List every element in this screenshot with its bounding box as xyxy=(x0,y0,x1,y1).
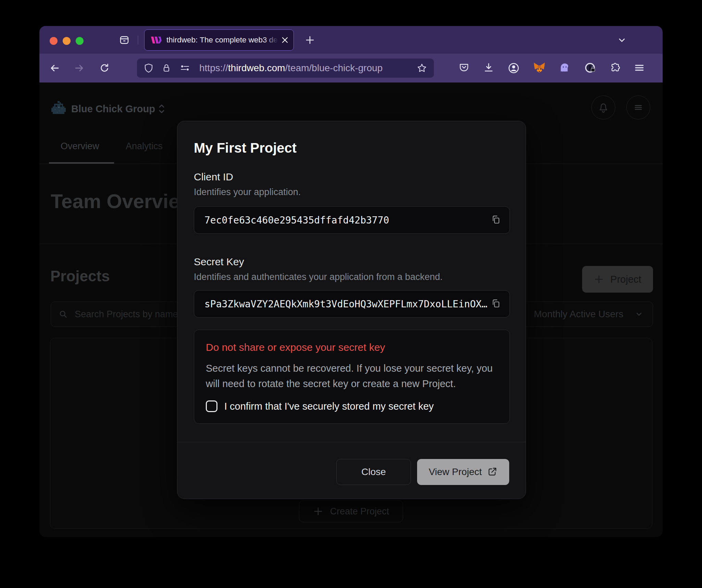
url-path: /team/blue-chick-group xyxy=(285,63,383,73)
chevron-down-icon xyxy=(634,309,644,319)
secret-key-label: Secret Key xyxy=(194,256,244,268)
page-title: Team Overview xyxy=(51,190,195,213)
modal-footer: Close View Project xyxy=(194,459,509,485)
new-project-button[interactable]: Project xyxy=(582,266,653,293)
copy-secret-key-button[interactable] xyxy=(490,298,501,310)
team-name: Blue Chick Group xyxy=(71,103,155,115)
sort-dropdown[interactable]: Monthly Active Users xyxy=(517,302,653,327)
external-link-icon xyxy=(487,467,498,477)
notifications-button[interactable] xyxy=(591,95,615,119)
secret-key-value[interactable]: sPa3ZkwaVZY2AEQkXmk9t3VdEoHQ3wXEPFLmx7Dx… xyxy=(204,298,490,310)
tab-close-icon[interactable] xyxy=(280,36,289,44)
pocket-icon[interactable] xyxy=(459,62,469,73)
bookmark-star-icon[interactable] xyxy=(417,63,427,73)
lock-icon[interactable] xyxy=(162,63,171,73)
confirm-checkbox[interactable] xyxy=(206,400,217,412)
permissions-icon[interactable] xyxy=(179,63,190,73)
window-close-light[interactable] xyxy=(50,37,58,45)
shield-icon[interactable] xyxy=(144,63,153,73)
download-icon[interactable] xyxy=(483,62,494,73)
hamburger-icon xyxy=(633,102,643,113)
new-project-label: Project xyxy=(610,274,641,285)
view-project-label: View Project xyxy=(429,466,482,477)
client-id-description: Identifies your application. xyxy=(194,187,301,197)
account-icon[interactable] xyxy=(508,62,519,74)
browser-window: thirdweb: The complete web3 de xyxy=(39,26,663,537)
new-tab-icon[interactable] xyxy=(305,35,315,45)
password-manager-icon[interactable] xyxy=(585,62,596,74)
tab-title: thirdweb: The complete web3 de xyxy=(166,36,280,44)
screenshot-canvas: thirdweb: The complete web3 de xyxy=(0,0,702,588)
tab-list-chevron-icon[interactable] xyxy=(617,36,627,44)
browser-navbar: https://thirdweb.com/team/blue-chick-gro… xyxy=(39,54,663,82)
close-label: Close xyxy=(361,466,386,477)
client-id-field[interactable]: 7ec0fe63c460e295435dffafd42b3770 xyxy=(194,206,510,234)
team-switcher-chevrons-icon[interactable] xyxy=(156,103,167,115)
reload-icon[interactable] xyxy=(99,63,110,73)
window-zoom-light[interactable] xyxy=(76,37,84,45)
url-protocol: https:// xyxy=(199,63,228,73)
plus-icon xyxy=(594,274,604,284)
confirm-label: I confirm that I've securely stored my s… xyxy=(224,401,434,412)
team-avatar[interactable] xyxy=(51,100,66,116)
copy-icon xyxy=(490,214,501,225)
modal-footer-divider xyxy=(177,442,526,442)
modal-title: My First Project xyxy=(194,140,297,156)
confirm-row: I confirm that I've securely stored my s… xyxy=(206,400,498,412)
warning-title: Do not share or expose your secret key xyxy=(206,342,498,353)
close-button[interactable]: Close xyxy=(336,459,411,485)
view-project-button[interactable]: View Project xyxy=(417,459,509,485)
extensions-puzzle-icon[interactable] xyxy=(610,62,621,73)
metamask-icon[interactable] xyxy=(533,62,546,74)
secret-key-description: Identifies and authenticates your applic… xyxy=(194,272,442,282)
client-id-value[interactable]: 7ec0fe63c460e295435dffafd42b3770 xyxy=(204,215,490,226)
url-bar[interactable]: https://thirdweb.com/team/blue-chick-gro… xyxy=(137,59,434,78)
browser-titlebar: thirdweb: The complete web3 de xyxy=(39,26,663,54)
warning-body: Secret keys cannot be recovered. If you … xyxy=(206,361,504,392)
secret-key-warning-card: Do not share or expose your secret key S… xyxy=(194,330,510,424)
window-minimize-light[interactable] xyxy=(63,37,71,45)
plus-icon xyxy=(313,506,323,516)
client-id-label: Client ID xyxy=(194,171,233,183)
firefox-view-icon[interactable] xyxy=(119,35,129,45)
bell-icon xyxy=(598,102,609,113)
create-project-label: Create Project xyxy=(330,506,389,517)
sort-label: Monthly Active Users xyxy=(534,309,634,320)
project-modal: My First Project Client ID Identifies yo… xyxy=(177,121,526,499)
create-project-button[interactable]: Create Project xyxy=(299,500,403,522)
account-menu-button[interactable] xyxy=(626,95,650,119)
thirdweb-favicon xyxy=(151,36,162,44)
url-text: https://thirdweb.com/team/blue-chick-gro… xyxy=(199,63,417,74)
copy-client-id-button[interactable] xyxy=(490,214,501,226)
back-icon[interactable] xyxy=(50,63,60,73)
phantom-icon[interactable] xyxy=(559,62,570,73)
browser-tab[interactable]: thirdweb: The complete web3 de xyxy=(144,29,294,51)
tab-title-fade xyxy=(264,34,278,46)
menu-hamburger-icon[interactable] xyxy=(634,62,645,73)
secret-key-field[interactable]: sPa3ZkwaVZY2AEQkXmk9t3VdEoHQ3wXEPFLmx7Dx… xyxy=(194,290,510,318)
tab-separator xyxy=(138,36,138,44)
tab-overview[interactable]: Overview xyxy=(61,141,99,152)
search-icon xyxy=(59,309,68,319)
projects-heading: Projects xyxy=(50,268,110,285)
forward-icon[interactable] xyxy=(74,63,84,73)
copy-icon xyxy=(490,298,501,309)
url-domain: thirdweb.com xyxy=(228,63,285,73)
tab-analytics[interactable]: Analytics xyxy=(126,141,163,152)
